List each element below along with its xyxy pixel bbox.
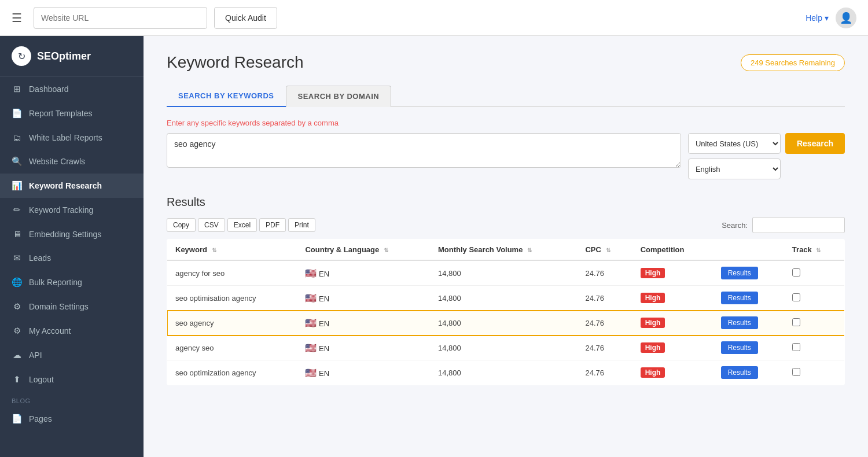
csv-button[interactable]: CSV (198, 218, 225, 232)
pdf-button[interactable]: PDF (259, 218, 286, 232)
cell-competition: High (632, 336, 713, 360)
track-checkbox[interactable] (792, 368, 800, 376)
cell-keyword: seo optimization agency (167, 360, 297, 385)
results-table: Keyword ⇅ Country & Language ⇅ Monthly S… (167, 239, 845, 385)
sidebar-item-leads[interactable]: ✉ Leads (0, 246, 144, 270)
excel-button[interactable]: Excel (227, 218, 257, 232)
cell-cpc: 24.76 (577, 286, 632, 311)
col-keyword[interactable]: Keyword ⇅ (167, 239, 297, 261)
table-row: seo agency 🇺🇸 EN 14,800 24.76 High Resul… (167, 311, 845, 336)
sidebar-item-pages[interactable]: 📄 Pages (0, 407, 144, 431)
copy-button[interactable]: Copy (167, 218, 196, 232)
export-buttons: Copy CSV Excel PDF Print (167, 218, 315, 232)
sort-icon: ⇅ (212, 247, 216, 253)
top-navigation: ☰ Quick Audit Help ▾ 👤 (0, 0, 868, 36)
logout-icon: ⬆ (12, 374, 22, 385)
col-track[interactable]: Track ⇅ (784, 239, 845, 261)
sidebar-item-label: Embedding Settings (29, 230, 101, 239)
sort-icon: ⇅ (606, 247, 610, 253)
lang-code: EN (319, 319, 329, 328)
search-controls-row: United States (US) United Kingdom (UK) C… (688, 133, 845, 154)
track-checkbox[interactable] (792, 343, 800, 351)
flag-icon: 🇺🇸 (305, 343, 317, 353)
sidebar-item-report-templates[interactable]: 📄 Report Templates (0, 101, 144, 126)
tab-by-domain[interactable]: SEARCH BY DOMAIN (286, 86, 392, 107)
results-title: Results (167, 196, 845, 209)
cell-keyword: seo agency (167, 311, 297, 336)
cell-results-btn: Results (713, 360, 784, 385)
cell-track (784, 286, 845, 311)
cell-competition: High (632, 311, 713, 336)
api-icon: ☁ (12, 350, 22, 360)
dashboard-icon: ⊞ (12, 84, 22, 94)
results-button[interactable]: Results (721, 366, 758, 379)
report-templates-icon: 📄 (12, 108, 22, 119)
table-search-input[interactable] (752, 217, 845, 233)
cell-volume: 14,800 (430, 286, 577, 311)
tab-by-keywords[interactable]: SEARCH BY KEYWORDS (167, 86, 286, 107)
sidebar-logo: ↻ SEOptimer (0, 36, 144, 77)
search-controls: United States (US) United Kingdom (UK) C… (688, 133, 845, 179)
avatar[interactable]: 👤 (836, 8, 856, 28)
results-button[interactable]: Results (721, 316, 758, 329)
sort-icon: ⇅ (384, 247, 388, 253)
search-row: seo agency United States (US) United Kin… (167, 133, 845, 179)
logo-text: SEOptimer (37, 50, 91, 62)
flag-icon: 🇺🇸 (305, 318, 317, 328)
country-select[interactable]: United States (US) United Kingdom (UK) C… (688, 133, 781, 154)
logo-icon: ↻ (12, 46, 31, 66)
hamburger-icon[interactable]: ☰ (12, 11, 22, 25)
lang-code: EN (319, 270, 329, 278)
cell-country-language: 🇺🇸 EN (297, 286, 430, 311)
domain-settings-icon: ⚙ (12, 301, 22, 312)
sidebar-item-api[interactable]: ☁ API (0, 343, 144, 367)
track-checkbox[interactable] (792, 268, 800, 277)
research-button[interactable]: Research (785, 133, 845, 154)
quick-audit-button[interactable]: Quick Audit (214, 7, 277, 29)
col-cpc[interactable]: CPC ⇅ (577, 239, 632, 261)
flag-icon: 🇺🇸 (305, 268, 317, 278)
competition-badge: High (641, 367, 665, 378)
embedding-settings-icon: 🖥 (12, 229, 22, 239)
sidebar-item-embedding-settings[interactable]: 🖥 Embedding Settings (0, 222, 144, 246)
cell-keyword: agency for seo (167, 260, 297, 286)
sidebar-item-white-label[interactable]: 🗂 White Label Reports (0, 126, 144, 149)
sidebar-item-keyword-tracking[interactable]: ✏ Keyword Tracking (0, 198, 144, 222)
table-controls: Copy CSV Excel PDF Print Search: (167, 217, 845, 233)
table-row: seo optimisation agency 🇺🇸 EN 14,800 24.… (167, 286, 845, 311)
results-button[interactable]: Results (721, 341, 758, 354)
table-row: agency seo 🇺🇸 EN 14,800 24.76 High Resul… (167, 336, 845, 360)
url-input[interactable] (34, 7, 207, 29)
sidebar-item-website-crawls[interactable]: 🔍 Website Crawls (0, 149, 144, 174)
flag-icon: 🇺🇸 (305, 368, 317, 378)
sidebar-item-domain-settings[interactable]: ⚙ Domain Settings (0, 294, 144, 319)
cell-competition: High (632, 286, 713, 311)
print-button[interactable]: Print (288, 218, 315, 232)
sidebar-item-keyword-research[interactable]: 📊 Keyword Research (0, 174, 144, 198)
sidebar-item-dashboard[interactable]: ⊞ Dashboard (0, 77, 144, 101)
competition-badge: High (641, 293, 665, 303)
website-crawls-icon: 🔍 (12, 156, 22, 167)
sidebar-item-label: Bulk Reporting (29, 278, 82, 287)
col-monthly-volume[interactable]: Monthly Search Volume ⇅ (430, 239, 577, 261)
col-country-language[interactable]: Country & Language ⇅ (297, 239, 430, 261)
help-button[interactable]: Help ▾ (806, 13, 829, 23)
sidebar-item-label: Keyword Research (29, 181, 102, 190)
results-button[interactable]: Results (721, 267, 758, 279)
language-select[interactable]: English Spanish French German (688, 159, 781, 179)
track-checkbox[interactable] (792, 318, 800, 326)
keyword-textarea[interactable]: seo agency (167, 133, 681, 168)
cell-volume: 14,800 (430, 260, 577, 286)
sidebar-item-my-account[interactable]: ⚙ My Account (0, 319, 144, 343)
col-competition[interactable]: Competition (632, 239, 713, 261)
cell-volume: 14,800 (430, 311, 577, 336)
page-header: Keyword Research 249 Searches Remaining (167, 53, 845, 72)
track-checkbox[interactable] (792, 293, 800, 301)
cell-track (784, 311, 845, 336)
sidebar-item-label: API (29, 351, 42, 360)
sidebar-item-logout[interactable]: ⬆ Logout (0, 367, 144, 392)
results-button[interactable]: Results (721, 292, 758, 304)
sidebar-item-bulk-reporting[interactable]: 🌐 Bulk Reporting (0, 270, 144, 294)
sidebar-item-label: White Label Reports (29, 133, 102, 142)
lang-code: EN (319, 294, 329, 303)
